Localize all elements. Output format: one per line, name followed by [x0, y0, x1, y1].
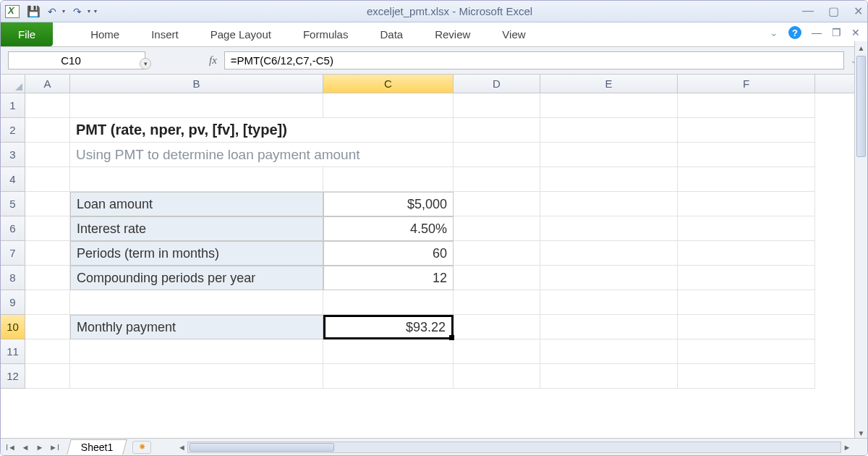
scroll-thumb[interactable]: [856, 56, 866, 157]
cell[interactable]: [678, 339, 815, 364]
col-header-f[interactable]: F: [678, 75, 815, 93]
cell[interactable]: [540, 315, 678, 339]
cell[interactable]: [25, 118, 70, 143]
cell-subheading[interactable]: Using PMT to determine loan payment amou…: [70, 143, 323, 167]
cell[interactable]: [540, 241, 678, 266]
cell[interactable]: [454, 339, 540, 364]
cell[interactable]: [454, 118, 540, 143]
cell-heading[interactable]: PMT (rate, nper, pv, [fv], [type]): [70, 118, 323, 143]
row-header[interactable]: 8: [1, 266, 25, 290]
cell[interactable]: [678, 143, 815, 167]
sheet-nav-next-icon[interactable]: ►: [34, 443, 46, 452]
cell[interactable]: [323, 364, 454, 389]
cell[interactable]: [454, 241, 540, 266]
cell[interactable]: [454, 315, 540, 339]
tab-formulas[interactable]: Formulas: [287, 22, 365, 46]
workbook-close-icon[interactable]: ✕: [851, 27, 860, 38]
cell[interactable]: [70, 339, 323, 364]
select-all-corner[interactable]: [1, 75, 25, 93]
row-header[interactable]: 7: [1, 241, 25, 266]
scroll-up-icon[interactable]: ▲: [855, 41, 867, 54]
tab-view[interactable]: View: [486, 22, 541, 46]
cell[interactable]: [454, 266, 540, 290]
cell[interactable]: [454, 290, 540, 315]
cell[interactable]: [25, 364, 70, 389]
cell-active[interactable]: $93.22: [323, 315, 454, 339]
cell[interactable]: [540, 364, 678, 389]
cell[interactable]: [540, 216, 678, 241]
cell[interactable]: [454, 143, 540, 167]
cell[interactable]: [323, 167, 454, 192]
cell[interactable]: [70, 364, 323, 389]
col-header-d[interactable]: D: [454, 75, 540, 93]
cell[interactable]: [540, 339, 678, 364]
row-header[interactable]: 4: [1, 167, 25, 192]
cell-label[interactable]: Loan amount: [70, 192, 323, 216]
name-box-dropdown-icon[interactable]: ▾: [140, 58, 151, 69]
cell[interactable]: [25, 339, 70, 364]
sheet-tab[interactable]: Sheet1: [67, 439, 127, 455]
cell[interactable]: [540, 192, 678, 216]
cell[interactable]: [678, 192, 815, 216]
hscroll-thumb[interactable]: [190, 443, 334, 452]
cell-label[interactable]: Monthly payment: [70, 315, 323, 339]
cell[interactable]: [25, 167, 70, 192]
cell[interactable]: [678, 241, 815, 266]
horizontal-scrollbar[interactable]: [187, 442, 841, 453]
hscroll-left-icon[interactable]: ◄: [176, 443, 187, 452]
cell[interactable]: [540, 118, 678, 143]
save-icon[interactable]: 💾: [27, 5, 40, 18]
col-header-c[interactable]: C: [323, 75, 454, 93]
sheet-nav-first-icon[interactable]: I◄: [5, 443, 17, 452]
cell[interactable]: [70, 93, 323, 118]
ribbon-minimize-icon[interactable]: ⌄: [770, 27, 778, 38]
fx-icon[interactable]: fx: [209, 54, 217, 67]
col-header-e[interactable]: E: [540, 75, 678, 93]
row-header[interactable]: 12: [1, 364, 25, 389]
workbook-restore-icon[interactable]: ❐: [832, 27, 841, 38]
row-header[interactable]: 5: [1, 192, 25, 216]
cell[interactable]: [25, 192, 70, 216]
cell[interactable]: [25, 216, 70, 241]
close-button[interactable]: ✕: [854, 4, 863, 18]
cell[interactable]: [25, 315, 70, 339]
new-sheet-icon[interactable]: ✸: [132, 441, 151, 454]
help-icon[interactable]: ?: [788, 26, 801, 39]
minimize-button[interactable]: ―: [802, 4, 814, 18]
name-box[interactable]: C10: [8, 51, 145, 69]
maximize-button[interactable]: ▢: [828, 4, 839, 18]
cell[interactable]: [70, 167, 323, 192]
row-header[interactable]: 2: [1, 118, 25, 143]
cell[interactable]: [678, 290, 815, 315]
cell[interactable]: [454, 192, 540, 216]
cell[interactable]: [454, 364, 540, 389]
col-header-a[interactable]: A: [25, 75, 70, 93]
cell[interactable]: [678, 93, 815, 118]
cell[interactable]: [678, 266, 815, 290]
cell[interactable]: [540, 290, 678, 315]
cell[interactable]: [25, 93, 70, 118]
cell-value[interactable]: $5,000: [323, 192, 454, 216]
cell[interactable]: [454, 93, 540, 118]
file-tab[interactable]: File: [1, 22, 53, 46]
row-header[interactable]: 10: [1, 315, 25, 339]
formula-input[interactable]: =PMT(C6/12,C7,-C5): [224, 51, 844, 69]
cell[interactable]: [25, 143, 70, 167]
cell[interactable]: [678, 167, 815, 192]
sheet-nav-last-icon[interactable]: ►I: [48, 443, 60, 452]
cell-value[interactable]: 4.50%: [323, 216, 454, 241]
redo-icon[interactable]: ↷: [71, 5, 84, 18]
undo-icon[interactable]: ↶: [46, 5, 59, 18]
tab-insert[interactable]: Insert: [135, 22, 195, 46]
tab-page-layout[interactable]: Page Layout: [195, 22, 287, 46]
cell[interactable]: [540, 143, 678, 167]
row-header[interactable]: 1: [1, 93, 25, 118]
cell[interactable]: [323, 290, 454, 315]
cell[interactable]: [454, 167, 540, 192]
row-header[interactable]: 9: [1, 290, 25, 315]
cell[interactable]: [323, 93, 454, 118]
cell[interactable]: [678, 118, 815, 143]
cell[interactable]: [540, 167, 678, 192]
cell[interactable]: [25, 266, 70, 290]
cell-value[interactable]: 60: [323, 241, 454, 266]
